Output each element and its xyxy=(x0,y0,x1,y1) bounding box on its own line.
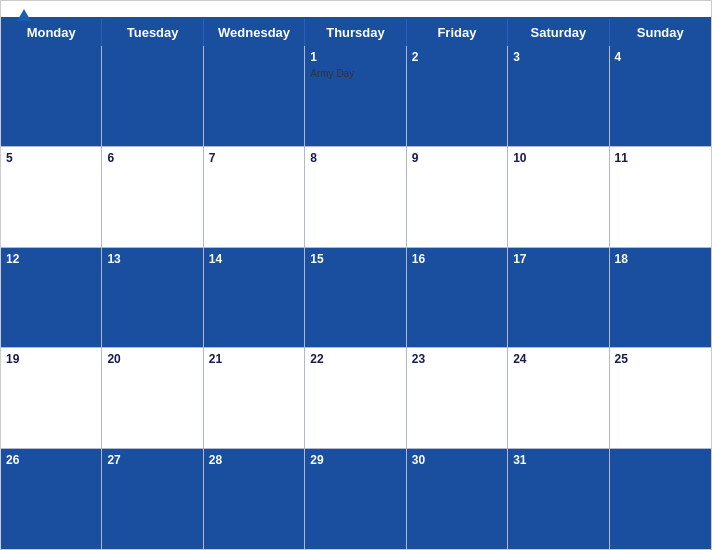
day-cell xyxy=(1,46,102,146)
day-cell: 22 xyxy=(305,348,406,448)
day-cell xyxy=(610,449,711,549)
day-cell: 12 xyxy=(1,248,102,348)
day-number: 4 xyxy=(615,49,706,66)
day-cell: 21 xyxy=(204,348,305,448)
day-number: 27 xyxy=(107,452,197,469)
day-number: 16 xyxy=(412,251,502,268)
day-number: 28 xyxy=(209,452,299,469)
week-row-5: 262728293031 xyxy=(1,449,711,549)
day-cell: 5 xyxy=(1,147,102,247)
day-cell: 19 xyxy=(1,348,102,448)
day-number: 21 xyxy=(209,351,299,368)
holiday-name: Army Day xyxy=(310,68,400,79)
day-cell: 18 xyxy=(610,248,711,348)
day-header-thursday: Thursday xyxy=(305,19,406,46)
day-number: 18 xyxy=(615,251,706,268)
day-number: 26 xyxy=(6,452,96,469)
day-headers-row: MondayTuesdayWednesdayThursdayFridaySatu… xyxy=(1,19,711,46)
day-cell: 8 xyxy=(305,147,406,247)
day-number: 20 xyxy=(107,351,197,368)
day-cell: 28 xyxy=(204,449,305,549)
day-cell: 1Army Day xyxy=(305,46,406,146)
day-cell: 2 xyxy=(407,46,508,146)
day-cell: 30 xyxy=(407,449,508,549)
logo xyxy=(17,9,33,21)
calendar-container: MondayTuesdayWednesdayThursdayFridaySatu… xyxy=(0,0,712,550)
week-row-1: 1Army Day234 xyxy=(1,46,711,147)
day-cell xyxy=(204,46,305,146)
day-number: 15 xyxy=(310,251,400,268)
day-header-wednesday: Wednesday xyxy=(204,19,305,46)
week-row-2: 567891011 xyxy=(1,147,711,248)
day-header-monday: Monday xyxy=(1,19,102,46)
day-number: 11 xyxy=(615,150,706,167)
day-cell: 20 xyxy=(102,348,203,448)
day-cell: 29 xyxy=(305,449,406,549)
day-cell: 14 xyxy=(204,248,305,348)
day-number: 31 xyxy=(513,452,603,469)
day-number: 5 xyxy=(6,150,96,167)
day-cell: 31 xyxy=(508,449,609,549)
day-number: 30 xyxy=(412,452,502,469)
day-cell: 6 xyxy=(102,147,203,247)
day-number: 6 xyxy=(107,150,197,167)
day-cell: 26 xyxy=(1,449,102,549)
day-number: 22 xyxy=(310,351,400,368)
day-header-tuesday: Tuesday xyxy=(102,19,203,46)
week-row-3: 12131415161718 xyxy=(1,248,711,349)
day-cell: 24 xyxy=(508,348,609,448)
day-number: 10 xyxy=(513,150,603,167)
day-cell: 27 xyxy=(102,449,203,549)
day-cell: 4 xyxy=(610,46,711,146)
day-cell: 17 xyxy=(508,248,609,348)
day-number: 3 xyxy=(513,49,603,66)
day-cell: 15 xyxy=(305,248,406,348)
day-cell: 23 xyxy=(407,348,508,448)
day-cell: 13 xyxy=(102,248,203,348)
day-cell: 25 xyxy=(610,348,711,448)
day-cell: 7 xyxy=(204,147,305,247)
day-number: 14 xyxy=(209,251,299,268)
day-number: 12 xyxy=(6,251,96,268)
day-header-friday: Friday xyxy=(407,19,508,46)
weeks-container: 1Army Day2345678910111213141516171819202… xyxy=(1,46,711,549)
week-row-4: 19202122232425 xyxy=(1,348,711,449)
day-number: 9 xyxy=(412,150,502,167)
logo-blue-text xyxy=(17,9,33,21)
day-number: 2 xyxy=(412,49,502,66)
day-cell: 11 xyxy=(610,147,711,247)
day-cell: 9 xyxy=(407,147,508,247)
logo-triangle-icon xyxy=(17,9,31,21)
day-cell: 10 xyxy=(508,147,609,247)
day-cell: 16 xyxy=(407,248,508,348)
day-number: 1 xyxy=(310,49,400,66)
day-cell: 3 xyxy=(508,46,609,146)
day-number: 19 xyxy=(6,351,96,368)
day-number: 23 xyxy=(412,351,502,368)
day-number: 24 xyxy=(513,351,603,368)
calendar-header xyxy=(1,1,711,17)
day-number: 8 xyxy=(310,150,400,167)
day-header-saturday: Saturday xyxy=(508,19,609,46)
day-number: 25 xyxy=(615,351,706,368)
day-header-sunday: Sunday xyxy=(610,19,711,46)
day-number: 17 xyxy=(513,251,603,268)
day-cell xyxy=(102,46,203,146)
day-number: 7 xyxy=(209,150,299,167)
day-number: 29 xyxy=(310,452,400,469)
day-number: 13 xyxy=(107,251,197,268)
calendar-grid: MondayTuesdayWednesdayThursdayFridaySatu… xyxy=(1,17,711,549)
